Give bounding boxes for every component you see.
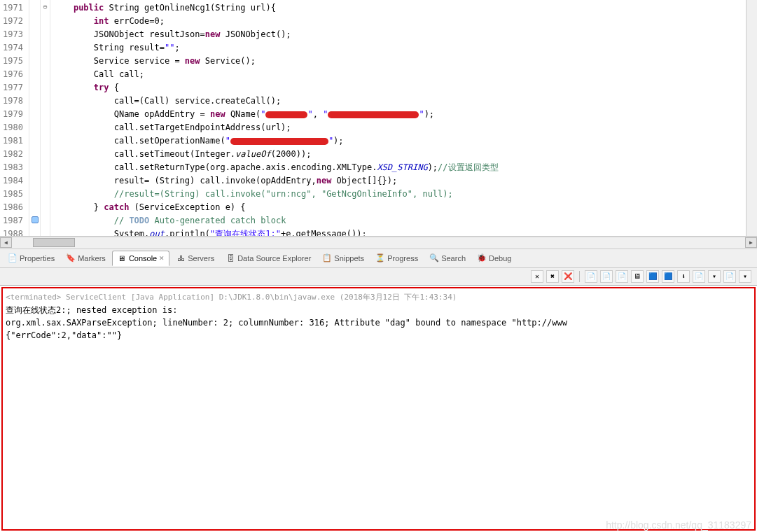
- views-tab-bar: 📄Properties🔖Markers🖥Console ✕🖧Servers🗄Da…: [0, 248, 757, 268]
- scroll-thumb[interactable]: [33, 238, 75, 247]
- tab-icon: 🔍: [429, 253, 439, 263]
- tab-label: Properties: [20, 254, 55, 262]
- scroll-left-arrow[interactable]: ◀: [0, 237, 12, 248]
- code-content[interactable]: public String getOnlineNcg1(String url){…: [50, 0, 746, 236]
- tab-icon: 🖧: [176, 253, 186, 263]
- console-line: org.xml.sax.SAXParseException; lineNumbe…: [6, 316, 751, 329]
- tab-console[interactable]: 🖥Console ✕: [112, 251, 169, 266]
- toolbar-button[interactable]: ▾: [739, 270, 751, 283]
- tab-label: Debug: [489, 254, 511, 262]
- close-icon[interactable]: ✕: [159, 255, 165, 262]
- tab-search[interactable]: 🔍Search: [424, 251, 471, 266]
- tab-label: Snippets: [334, 254, 364, 262]
- tab-icon: ⏳: [375, 253, 385, 263]
- tab-label: Search: [441, 254, 466, 262]
- tab-label: Data Source Explorer: [237, 254, 311, 262]
- toolbar-button[interactable]: ✖: [546, 270, 559, 283]
- console-line: 查询在线状态2:; nested exception is:: [6, 304, 751, 316]
- toolbar-button[interactable]: 📄: [600, 270, 613, 283]
- marker-column: [29, 0, 41, 236]
- toolbar-button[interactable]: 📄: [585, 270, 597, 283]
- tab-properties[interactable]: 📄Properties: [3, 251, 60, 266]
- scroll-right-arrow[interactable]: ▶: [745, 237, 757, 248]
- tab-snippets[interactable]: 📋Snippets: [317, 251, 369, 266]
- horizontal-scrollbar[interactable]: ◀ ▶: [0, 237, 757, 248]
- console-line: {"errCode":2,"data":""}: [6, 329, 751, 342]
- code-editor[interactable]: 1971197219731974197519761977197819791980…: [0, 0, 757, 237]
- tab-servers[interactable]: 🖧Servers: [171, 251, 219, 266]
- fold-column[interactable]: ⊖: [41, 0, 50, 236]
- toolbar-button[interactable]: 📄: [723, 270, 736, 283]
- console-terminated-line: <terminated> ServiceClient [Java Applica…: [6, 291, 751, 304]
- tab-label: Markers: [78, 254, 106, 262]
- ide-window: 1971197219731974197519761977197819791980…: [0, 0, 757, 532]
- tab-icon: 🗄: [225, 253, 235, 263]
- tab-debug[interactable]: 🐞Debug: [472, 251, 516, 266]
- toolbar-button[interactable]: 🟦: [662, 270, 674, 283]
- tab-icon: 📄: [8, 253, 18, 263]
- line-number-gutter: 1971197219731974197519761977197819791980…: [0, 0, 29, 236]
- toolbar-button[interactable]: 🟦: [646, 270, 659, 283]
- tab-data-source-explorer[interactable]: 🗄Data Source Explorer: [221, 251, 316, 266]
- toolbar-button[interactable]: 📄: [693, 270, 705, 283]
- toolbar-button[interactable]: ▾: [708, 270, 721, 283]
- tab-icon: 📋: [322, 253, 332, 263]
- scroll-track[interactable]: [12, 237, 745, 248]
- tab-icon: 🖥: [117, 253, 127, 263]
- tab-label: Progress: [387, 254, 418, 262]
- toolbar-button[interactable]: ❌: [562, 270, 574, 283]
- overview-ruler[interactable]: [746, 0, 757, 236]
- tab-markers[interactable]: 🔖Markers: [61, 251, 111, 266]
- console-toolbar: ✕✖❌📄📄📄🖥🟦🟦⬇📄▾📄▾: [0, 268, 757, 286]
- toolbar-button[interactable]: 🖥: [631, 270, 644, 283]
- tab-progress[interactable]: ⏳Progress: [370, 251, 423, 266]
- toolbar-button[interactable]: ⬇: [677, 270, 690, 283]
- tab-label: Servers: [188, 254, 214, 262]
- toolbar-button[interactable]: ✕: [531, 270, 543, 283]
- tab-icon: 🐞: [477, 253, 487, 263]
- tab-label: Console: [129, 254, 157, 262]
- toolbar-button[interactable]: 📄: [616, 270, 628, 283]
- console-output[interactable]: <terminated> ServiceClient [Java Applica…: [1, 287, 756, 531]
- tab-icon: 🔖: [66, 253, 76, 263]
